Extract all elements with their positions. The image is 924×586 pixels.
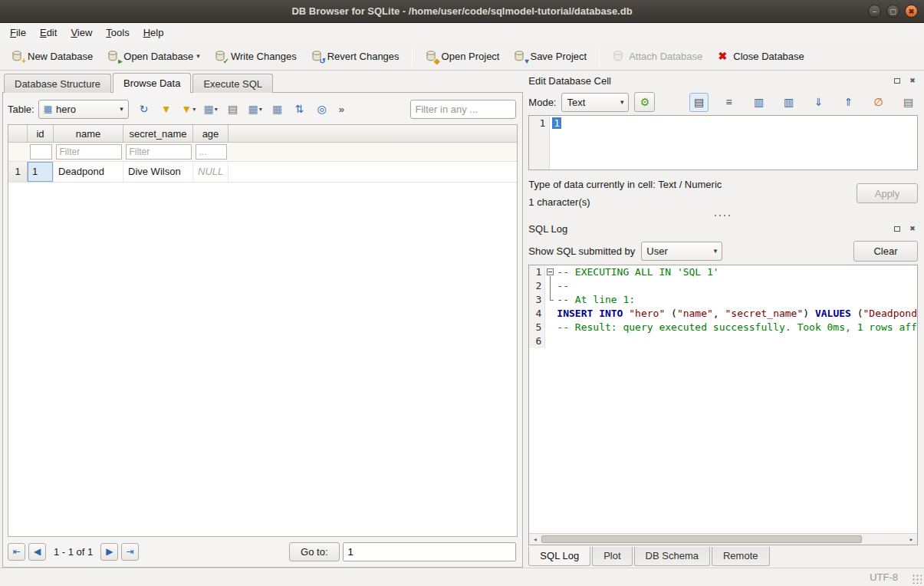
print-button[interactable]: ▤ xyxy=(225,100,242,118)
menu-help[interactable]: Help xyxy=(136,25,171,41)
cell-editor[interactable]: 1 1 xyxy=(528,115,918,170)
edit-cell-header: Edit Database Cell ✖ xyxy=(528,72,918,89)
refresh-button[interactable]: ↻ xyxy=(136,100,153,118)
first-record-button[interactable]: ⇤ xyxy=(8,543,25,561)
column-header-secret-name[interactable]: secret_name xyxy=(123,125,193,142)
edit-cell-toolbar: Mode: Text ▾ ⚙ ▤≡▥▥⇓⇑∅▤ xyxy=(528,89,918,115)
table-selector[interactable]: ▦ hero ▾ xyxy=(38,100,129,119)
resize-grip[interactable] xyxy=(912,574,922,584)
column-header-id[interactable]: id xyxy=(28,125,54,142)
clear-all-filters-button[interactable]: ▼ xyxy=(158,100,175,118)
horizontal-scrollbar[interactable]: ◂ ▸ xyxy=(529,533,917,545)
scrollbar-thumb[interactable] xyxy=(541,535,862,543)
column-filter-input[interactable] xyxy=(196,144,227,160)
menu-edit[interactable]: Edit xyxy=(33,25,64,41)
export-data-button[interactable]: ⇑ xyxy=(839,93,858,112)
sql-segment: "name" xyxy=(677,308,713,319)
app-window: DB Browser for SQLite - /home/user/code/… xyxy=(0,0,924,586)
menu-view[interactable]: View xyxy=(64,25,99,41)
find-in-cells-button[interactable]: ◎ xyxy=(314,100,330,118)
goto-input[interactable] xyxy=(343,542,516,561)
last-record-button[interactable]: ⇥ xyxy=(121,543,139,561)
print-cell-button[interactable]: ▤ xyxy=(899,93,918,112)
text-mode-icon: ▤ xyxy=(694,96,704,108)
close-panel-button[interactable]: ✖ xyxy=(907,223,918,234)
column-filter-input[interactable] xyxy=(56,144,122,160)
filter-any-input[interactable] xyxy=(410,100,516,119)
import-data-button[interactable]: ⇓ xyxy=(809,93,828,112)
open-file-button[interactable]: ▥ xyxy=(749,93,768,112)
float-panel-button[interactable] xyxy=(892,223,903,234)
auto-format-button[interactable]: ⚙ xyxy=(634,92,655,112)
insert-record-button[interactable]: ▦▾ xyxy=(247,100,264,118)
attach-database-button: Attach Database xyxy=(606,47,709,65)
filter-options-button[interactable]: ▼▾ xyxy=(180,100,197,118)
cell-editor-content-area[interactable]: 1 xyxy=(550,116,564,170)
open-project-button[interactable]: ◆Open Project xyxy=(419,47,506,65)
panel-splitter[interactable] xyxy=(528,211,918,220)
grid-cell[interactable]: Deadpond xyxy=(54,162,123,182)
column-filter-input[interactable] xyxy=(30,144,52,160)
text-mode-button[interactable]: ▤ xyxy=(689,93,709,112)
maximize-button[interactable]: ▢ xyxy=(886,5,899,18)
table-icon: ▦ xyxy=(44,104,52,114)
save-file-button[interactable]: ▥ xyxy=(779,93,798,112)
fold-marker-icon[interactable] xyxy=(545,265,555,279)
insert-record-icon: ▦ xyxy=(248,103,258,115)
scroll-right-icon[interactable]: ▸ xyxy=(906,534,917,545)
row-number[interactable]: 1 xyxy=(8,162,28,182)
grid-cell[interactable]: 1 xyxy=(28,162,54,182)
write-changes-button[interactable]: ✓Write Changes xyxy=(208,47,303,65)
tab-execute-sql[interactable]: Execute SQL xyxy=(192,74,273,93)
menu-file[interactable]: File xyxy=(3,25,33,41)
previous-record-button[interactable]: ◀ xyxy=(28,543,46,561)
grid-cell[interactable]: Dive Wilson xyxy=(123,162,193,182)
save-project-icon: ▾ xyxy=(513,50,525,62)
minimize-button[interactable]: – xyxy=(868,5,881,18)
open-database-button[interactable]: ▸Open Database▾ xyxy=(100,47,206,65)
column-header-age[interactable]: age xyxy=(193,125,229,142)
dock-tab-sql-log[interactable]: SQL Log xyxy=(528,547,590,566)
dock-tab-db-schema[interactable]: DB Schema xyxy=(634,547,710,566)
sql-segment: ( xyxy=(851,308,863,319)
revert-changes-button[interactable]: ↺Revert Changes xyxy=(304,47,406,65)
delete-record-button[interactable]: ▦ xyxy=(269,100,286,118)
set-null-icon: ∅ xyxy=(873,96,883,108)
tab-database-structure[interactable]: Database Structure xyxy=(4,74,111,93)
toolbar-overflow-button[interactable]: » xyxy=(336,102,347,117)
grid-cell[interactable]: NULL xyxy=(193,162,229,182)
close-database-label: Close Database xyxy=(733,51,804,62)
goto-button[interactable]: Go to: xyxy=(289,542,339,561)
filter-cell xyxy=(193,143,229,161)
sql-source-selector[interactable]: User ▾ xyxy=(641,242,722,261)
new-database-icon: + xyxy=(11,50,23,62)
mode-selector[interactable]: Text ▾ xyxy=(561,93,629,112)
import-data-icon: ⇓ xyxy=(814,96,824,108)
column-header-name[interactable]: name xyxy=(54,125,123,142)
dock-tab-plot[interactable]: Plot xyxy=(592,547,632,566)
float-panel-button[interactable] xyxy=(892,75,903,86)
column-filter-input[interactable] xyxy=(126,144,192,160)
revert-changes-label: Revert Changes xyxy=(327,51,400,62)
save-project-button[interactable]: ▾Save Project xyxy=(507,47,593,65)
clear-log-button[interactable]: Clear xyxy=(853,241,918,262)
dock-tab-remote[interactable]: Remote xyxy=(712,547,770,566)
find-in-cells-icon: ◎ xyxy=(317,103,327,115)
sql-log-line: 4INSERT INTO "hero" ("name", "secret_nam… xyxy=(529,307,917,321)
close-panel-button[interactable]: ✖ xyxy=(907,75,918,86)
close-button[interactable]: ✖ xyxy=(905,5,918,18)
close-database-button[interactable]: ✖Close Database xyxy=(710,47,811,65)
export-results-button[interactable]: ▦▾ xyxy=(202,100,219,118)
new-database-button[interactable]: +New Database xyxy=(5,47,99,65)
sql-log-view[interactable]: 1-- EXECUTING ALL IN 'SQL 1'2--3-- At li… xyxy=(528,265,918,545)
next-record-button[interactable]: ▶ xyxy=(100,543,118,561)
sort-records-button[interactable]: ⇅ xyxy=(291,100,308,118)
side-panels: Edit Database Cell ✖ Mode: Text ▾ ⚙ ▤≡▥▥… xyxy=(527,71,924,568)
tab-browse-data[interactable]: Browse Data xyxy=(113,73,191,93)
menu-tools[interactable]: Tools xyxy=(99,25,136,41)
sql-log-panel-header: SQL Log ✖ xyxy=(528,220,918,237)
line-number: 5 xyxy=(529,321,545,334)
word-wrap-button[interactable]: ≡ xyxy=(719,93,738,112)
scroll-left-icon[interactable]: ◂ xyxy=(529,534,541,545)
set-null-button[interactable]: ∅ xyxy=(869,93,888,112)
